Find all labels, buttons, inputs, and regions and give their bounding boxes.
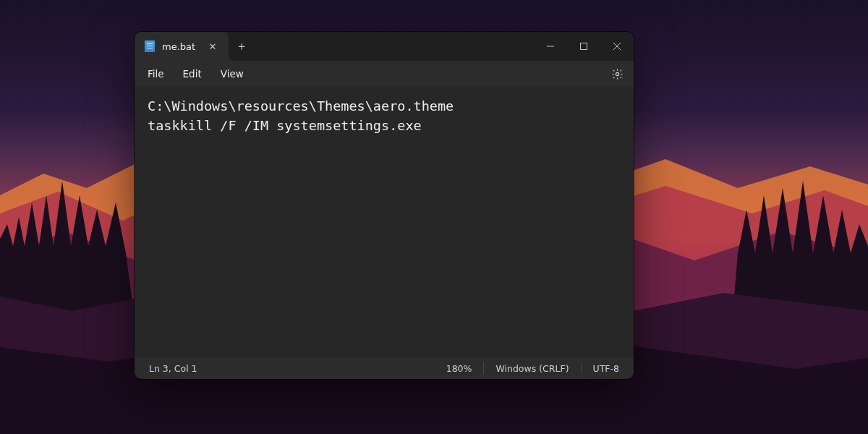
tab-active[interactable]: me.bat ✕ (135, 32, 229, 61)
text-file-icon (145, 41, 155, 52)
minimize-button[interactable] (534, 32, 567, 61)
minimize-icon (547, 43, 554, 50)
menu-edit[interactable]: Edit (174, 64, 210, 83)
window-controls (534, 32, 634, 61)
close-icon (613, 43, 621, 50)
maximize-icon (580, 43, 587, 50)
gear-icon (611, 68, 624, 80)
svg-rect-0 (581, 43, 587, 50)
close-button[interactable] (600, 32, 634, 61)
notepad-window: me.bat ✕ ＋ File Edit View (135, 32, 634, 379)
statusbar: Ln 3, Col 1 180% Windows (CRLF) UTF-8 (135, 357, 634, 379)
plus-icon: ＋ (236, 39, 247, 54)
menubar: File Edit View (135, 61, 634, 87)
status-encoding[interactable]: UTF-8 (582, 357, 631, 379)
tab-close-button[interactable]: ✕ (204, 38, 221, 55)
tab-title: me.bat (162, 41, 197, 52)
titlebar[interactable]: me.bat ✕ ＋ (135, 32, 634, 61)
svg-point-1 (616, 72, 618, 75)
titlebar-drag-region[interactable] (255, 32, 534, 61)
status-line-ending[interactable]: Windows (CRLF) (484, 357, 580, 379)
maximize-button[interactable] (567, 32, 600, 61)
status-zoom[interactable]: 180% (435, 357, 484, 379)
text-editor[interactable]: C:\Windows\resources\Themes\aero.theme t… (135, 87, 634, 357)
settings-button[interactable] (605, 63, 629, 85)
status-cursor-position[interactable]: Ln 3, Col 1 (137, 357, 209, 379)
menu-view[interactable]: View (212, 64, 252, 83)
menu-file[interactable]: File (139, 64, 173, 83)
